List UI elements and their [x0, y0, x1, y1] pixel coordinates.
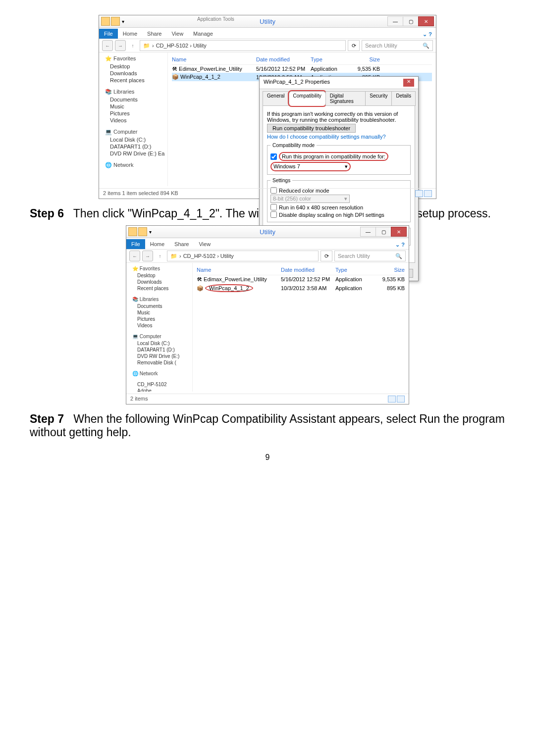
dialog-close-button[interactable]: ✕ — [403, 79, 414, 87]
sidebar-drive-e[interactable]: DVD RW Drive (E:) Ea — [110, 150, 165, 157]
column-headers[interactable]: NameDate modifiedTypeSize — [172, 54, 432, 65]
column-headers[interactable]: NameDate modifiedTypeSize — [197, 265, 405, 275]
forward-button[interactable]: → — [142, 251, 153, 261]
sidebar-downloads[interactable]: Downloads — [137, 279, 190, 285]
network-header[interactable]: 🌐 Network — [132, 371, 190, 376]
sidebar-removable[interactable]: Removable Disk ( — [137, 359, 190, 366]
breadcrumb[interactable]: 📁 › CD_HP-5102 › Utility — [167, 251, 319, 261]
qat-dropdown[interactable]: ▾ — [149, 229, 152, 235]
sidebar-music[interactable]: Music — [137, 309, 190, 316]
breadcrumb[interactable]: 📁 › CD_HP-5102 › Utility — [140, 40, 346, 51]
file-row[interactable]: 🛠 Edimax_PowerLine_Utility5/16/2012 12:5… — [197, 275, 405, 283]
close-button[interactable]: ✕ — [418, 16, 434, 26]
compat-os-combo[interactable]: Windows 7▾ — [270, 162, 351, 171]
file-list: NameDate modifiedTypeSize 🛠 Edimax_Power… — [193, 263, 409, 392]
sidebar-drive-d[interactable]: DATAPART1 (D:) — [137, 347, 190, 353]
folder-icon — [111, 17, 120, 26]
ribbon-view[interactable]: View — [166, 29, 188, 39]
qat-icons — [101, 17, 120, 26]
address-bar: ← → ↑ 📁 › CD_HP-5102 › Utility ⟳ Search … — [99, 39, 436, 52]
ribbon-view[interactable]: View — [194, 239, 215, 249]
disable-dpi-checkbox[interactable] — [270, 211, 277, 218]
sidebar-downloads[interactable]: Downloads — [110, 70, 165, 77]
dialog-title: WinPcap_4_1_2 Properties — [264, 79, 330, 87]
network-header[interactable]: 🌐 Network — [105, 162, 165, 168]
maximize-button[interactable]: ▢ — [403, 16, 419, 26]
winpcap-file-circled: WinPcap_4_1_2 — [205, 284, 253, 292]
sidebar-drive-d[interactable]: DATAPART1 (D:) — [110, 143, 165, 150]
ribbon-home[interactable]: Home — [118, 29, 142, 39]
nav-pane: ⭐ Favorites Desktop Downloads Recent pla… — [126, 263, 193, 392]
ribbon: File Home Share View Manage ⌄ ? — [99, 28, 436, 39]
ribbon-share[interactable]: Share — [169, 239, 194, 249]
libraries-header[interactable]: 📚 Libraries — [105, 89, 165, 95]
search-input[interactable]: Search Utility🔍 — [362, 40, 433, 51]
computer-header[interactable]: 💻 Computer — [132, 334, 190, 339]
up-button[interactable]: ↑ — [128, 41, 138, 50]
favorites-header[interactable]: ⭐ Favorites — [132, 266, 190, 271]
view-icons[interactable] — [415, 190, 432, 197]
sidebar-music[interactable]: Music — [110, 103, 165, 110]
minimize-button[interactable]: — — [360, 227, 376, 237]
dialog-tabs: General Compatibility Digital Signatures… — [260, 89, 418, 106]
sidebar-pictures[interactable]: Pictures — [137, 316, 190, 322]
search-icon: 🔍 — [395, 253, 402, 259]
chevron-down-icon: ▾ — [345, 163, 348, 170]
ribbon-share[interactable]: Share — [142, 29, 166, 39]
sidebar-recent[interactable]: Recent places — [137, 285, 190, 292]
folder-icon — [101, 17, 110, 26]
favorites-header[interactable]: ⭐ Favorites — [105, 55, 165, 62]
sidebar-cd[interactable]: CD_HP-5102 — [137, 381, 190, 388]
file-row[interactable]: 📦 WinPcap_4_1_210/3/2012 3:58 AMApplicat… — [197, 283, 405, 293]
sidebar-drive-c[interactable]: Local Disk (C:) — [137, 340, 190, 347]
sidebar-desktop[interactable]: Desktop — [137, 272, 190, 279]
close-button[interactable]: ✕ — [391, 227, 407, 237]
back-button[interactable]: ← — [102, 40, 113, 51]
ribbon-file[interactable]: File — [99, 29, 118, 39]
folder-icon — [128, 227, 137, 236]
sidebar-adobe[interactable]: Adobe — [137, 388, 190, 392]
sidebar-documents[interactable]: Documents — [137, 303, 190, 309]
nav-pane: ⭐ Favorites Desktop Downloads Recent pla… — [99, 52, 168, 186]
tab-security[interactable]: Security — [365, 91, 392, 106]
sidebar-drive-e[interactable]: DVD RW Drive (E:) — [137, 353, 190, 359]
sidebar-videos[interactable]: Videos — [110, 117, 165, 124]
forward-button[interactable]: → — [115, 40, 126, 51]
tab-compatibility[interactable]: Compatibility — [289, 91, 326, 106]
maximize-button[interactable]: ▢ — [375, 227, 391, 237]
tab-details[interactable]: Details — [391, 91, 416, 106]
file-row[interactable]: 🛠 Edimax_PowerLine_Utility5/16/2012 12:5… — [172, 65, 432, 73]
sidebar-pictures[interactable]: Pictures — [110, 110, 165, 117]
ribbon-manage[interactable]: Manage — [188, 29, 218, 39]
qat-dropdown[interactable]: ▾ — [122, 19, 124, 24]
ribbon-home[interactable]: Home — [145, 239, 169, 249]
compat-help-link[interactable]: How do I choose compatibility settings m… — [267, 134, 411, 140]
help-icon[interactable]: ⌄ ? — [419, 30, 436, 39]
sidebar-drive-c[interactable]: Local Disk (C:) — [110, 136, 165, 143]
refresh-button[interactable]: ⟳ — [321, 251, 332, 261]
address-bar: ← → ↑ 📁 › CD_HP-5102 › Utility ⟳ Search … — [126, 250, 409, 263]
titlebar: ▾ Application Tools Utility — ▢ ✕ — [99, 15, 436, 28]
sidebar-videos[interactable]: Videos — [137, 322, 190, 329]
tab-digital-signatures[interactable]: Digital Signatures — [325, 91, 366, 106]
sidebar-recent[interactable]: Recent places — [110, 77, 165, 84]
help-icon[interactable]: ⌄ ? — [391, 241, 409, 249]
minimize-button[interactable]: — — [387, 16, 403, 26]
search-input[interactable]: Search Utility🔍 — [334, 251, 406, 261]
sidebar-desktop[interactable]: Desktop — [110, 63, 165, 70]
view-icons[interactable] — [388, 396, 405, 403]
back-button[interactable]: ← — [129, 251, 140, 261]
explorer-window-1: ▾ Application Tools Utility — ▢ ✕ File H… — [99, 15, 436, 199]
sidebar-documents[interactable]: Documents — [110, 96, 165, 103]
settings-fieldset: Settings Reduced color mode 8-bit (256) … — [267, 178, 411, 222]
compat-mode-checkbox[interactable] — [270, 153, 277, 160]
run-640x480-checkbox[interactable] — [270, 204, 277, 210]
status-bar: 2 items — [126, 394, 409, 404]
tab-general[interactable]: General — [263, 91, 289, 106]
computer-header[interactable]: 💻 Computer — [105, 129, 165, 135]
libraries-header[interactable]: 📚 Libraries — [132, 297, 190, 302]
ribbon-file[interactable]: File — [126, 239, 145, 249]
refresh-button[interactable]: ⟳ — [348, 40, 360, 51]
up-button[interactable]: ↑ — [155, 251, 165, 261]
troubleshooter-button[interactable]: Run compatibility troubleshooter — [267, 124, 356, 133]
